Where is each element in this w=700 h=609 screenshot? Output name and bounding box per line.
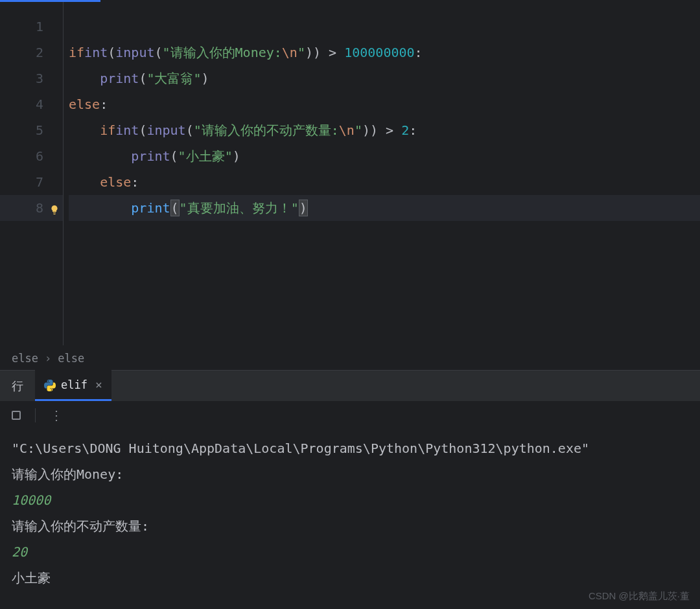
code-line-4[interactable]: else: bbox=[69, 91, 700, 117]
terminal-user-input: 10000 bbox=[12, 487, 688, 513]
code-line-1[interactable] bbox=[69, 14, 700, 40]
terminal-line: 请输入你的不动产数量: bbox=[12, 513, 688, 539]
terminal-panel: 行 elif × ⋮ "C:\Users\DONG Huitong\AppDat… bbox=[0, 370, 700, 609]
code-line-2[interactable]: if int(input("请输入你的Money:\n")) > 1000000… bbox=[69, 40, 700, 65]
gutter-line-6: 6 bbox=[0, 143, 63, 169]
python-icon bbox=[44, 379, 56, 391]
tab-label: elif bbox=[61, 378, 88, 391]
breadcrumb-item[interactable]: else bbox=[12, 352, 38, 365]
code-line-6[interactable]: print("小土豪") bbox=[69, 143, 700, 169]
code-line-5[interactable]: if int(input("请输入你的不动产数量:\n")) > 2: bbox=[69, 117, 700, 143]
breadcrumb-item[interactable]: else bbox=[58, 352, 84, 365]
sidebar-label: 行 bbox=[0, 378, 35, 394]
code-line-7[interactable]: else: bbox=[69, 169, 700, 195]
lightbulb-icon[interactable] bbox=[49, 203, 60, 213]
gutter-line-5: 5 bbox=[0, 117, 63, 143]
toolbar-separator bbox=[35, 408, 36, 422]
code-editor[interactable]: 1 2 3 4 5 6 7 8 if int(input("请输入你的Money… bbox=[0, 2, 700, 345]
terminal-toolbar: ⋮ bbox=[0, 402, 700, 429]
terminal-line: "C:\Users\DONG Huitong\AppData\Local\Pro… bbox=[12, 435, 688, 461]
terminal-line: 小土豪 bbox=[12, 565, 688, 591]
terminal-output[interactable]: "C:\Users\DONG Huitong\AppData\Local\Pro… bbox=[0, 429, 700, 609]
close-icon[interactable]: × bbox=[95, 378, 102, 391]
terminal-tab-bar: 行 elif × bbox=[0, 371, 700, 402]
more-options-icon[interactable]: ⋮ bbox=[50, 408, 62, 423]
stop-button[interactable] bbox=[12, 411, 21, 420]
gutter-line-2: 2 bbox=[0, 40, 63, 65]
tab-elif[interactable]: elif × bbox=[35, 370, 111, 401]
watermark: CSDN @比鹅盖儿茨·董 bbox=[589, 590, 690, 603]
code-line-8[interactable]: print("真要加油、努力！") bbox=[69, 195, 700, 221]
gutter-line-8: 8 bbox=[0, 195, 63, 221]
breadcrumb[interactable]: else › else bbox=[0, 345, 700, 370]
gutter-line-7: 7 bbox=[0, 169, 63, 195]
gutter-line-4: 4 bbox=[0, 91, 63, 117]
gutter: 1 2 3 4 5 6 7 8 bbox=[0, 2, 64, 345]
code-line-3[interactable]: print("大富翁") bbox=[69, 65, 700, 91]
gutter-line-3: 3 bbox=[0, 65, 63, 91]
code-content[interactable]: if int(input("请输入你的Money:\n")) > 1000000… bbox=[64, 2, 700, 345]
terminal-user-input: 20 bbox=[12, 539, 688, 565]
terminal-line: 请输入你的Money: bbox=[12, 461, 688, 487]
gutter-line-1: 1 bbox=[0, 14, 63, 40]
chevron-right-icon: › bbox=[45, 352, 51, 365]
